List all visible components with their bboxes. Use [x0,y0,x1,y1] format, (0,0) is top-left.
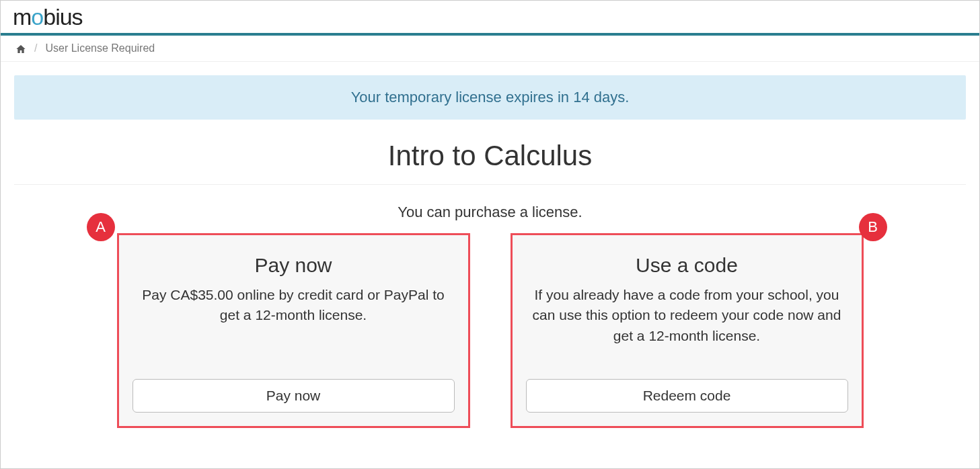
pay-now-card: Pay now Pay CA$35.00 online by credit ca… [117,233,470,428]
annotation-marker-b: B [859,213,887,241]
pay-card-wrapper: A Pay now Pay CA$35.00 online by credit … [117,233,470,428]
breadcrumb-current: User License Required [45,42,155,54]
course-title: Intro to Calculus [14,140,966,172]
logo-o: o [31,4,43,30]
logo: mobius [13,4,83,30]
use-code-card: Use a code If you already have a code fr… [511,233,864,428]
code-card-title: Use a code [526,254,848,277]
breadcrumb-separator: / [34,42,37,54]
home-icon[interactable] [15,42,26,54]
cards-container: A Pay now Pay CA$35.00 online by credit … [14,233,966,428]
license-alert: Your temporary license expires in 14 day… [14,75,966,120]
separator [14,184,966,185]
pay-now-button[interactable]: Pay now [133,379,455,413]
code-card-description: If you already have a code from your sch… [526,285,848,346]
logo-rest: bius [43,4,82,30]
header: mobius [1,1,979,36]
annotation-marker-a: A [87,213,115,241]
content: Your temporary license expires in 14 day… [1,62,979,441]
code-card-wrapper: B Use a code If you already have a code … [511,233,864,428]
pay-card-title: Pay now [133,254,455,277]
logo-m: m [13,4,31,30]
pay-card-description: Pay CA$35.00 online by credit card or Pa… [133,285,455,326]
course-subtitle: You can purchase a license. [14,204,966,221]
redeem-code-button[interactable]: Redeem code [526,379,848,413]
breadcrumb: / User License Required [1,36,979,62]
